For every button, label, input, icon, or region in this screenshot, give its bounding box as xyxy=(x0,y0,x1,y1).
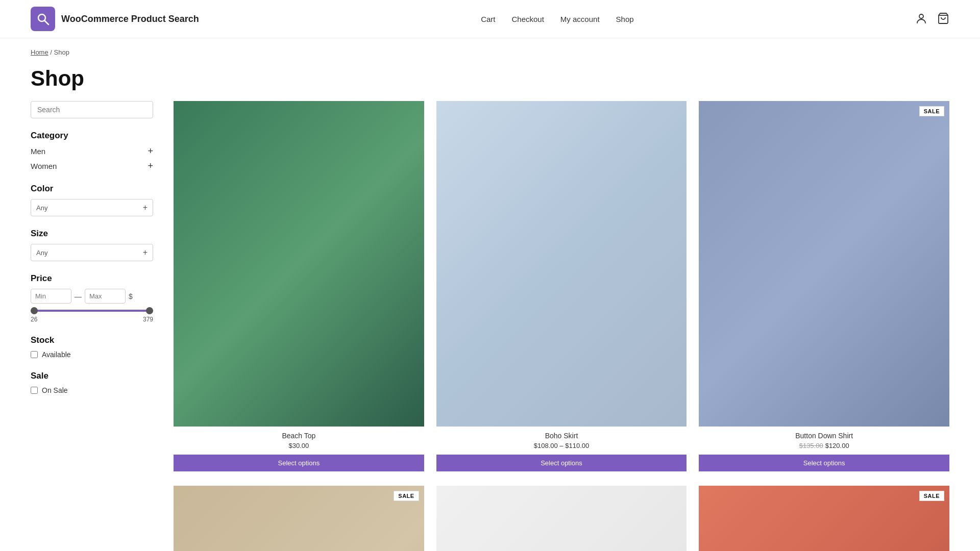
price-labels: 26 379 xyxy=(31,316,153,323)
price-inputs: — $ xyxy=(31,289,153,304)
product-card: SALE Chino Short $69.00$55.00 Select opt… xyxy=(699,486,949,551)
header: WooCommerce Product Search Cart Checkout… xyxy=(0,0,980,38)
cart-icon[interactable] xyxy=(937,12,949,26)
category-women-label: Women xyxy=(31,162,57,170)
price-currency: $ xyxy=(129,292,133,300)
available-checkbox-label[interactable]: Available xyxy=(31,350,153,359)
size-select-icon: + xyxy=(143,248,148,257)
color-filter: Color Any + xyxy=(31,184,153,216)
header-icons xyxy=(916,12,949,26)
size-title: Size xyxy=(31,229,153,239)
color-select-icon: + xyxy=(143,203,148,212)
svg-point-2 xyxy=(919,14,923,18)
product-card: SALE Cargo Shorts $59.00 – $79.00 Select… xyxy=(174,486,424,551)
product-price: $108.00 – $110.00 xyxy=(436,442,687,449)
product-card: Casual Dress $140.00 Select options xyxy=(436,486,687,551)
product-name: Boho Skirt xyxy=(436,432,687,440)
sidebar: Category Men + Women + Color Any + Size … xyxy=(31,101,153,551)
nav-cart[interactable]: Cart xyxy=(481,15,495,23)
price-max-label: 379 xyxy=(143,316,153,323)
price-range-fill xyxy=(31,310,153,312)
available-label: Available xyxy=(42,350,71,359)
product-price: $30.00 xyxy=(174,442,424,449)
category-title: Category xyxy=(31,131,153,141)
stock-title: Stock xyxy=(31,335,153,345)
select-options-button[interactable]: Select options xyxy=(436,455,687,471)
page-title: Shop xyxy=(0,61,980,101)
svg-line-1 xyxy=(44,20,48,24)
product-image-wrap xyxy=(436,486,687,551)
product-image xyxy=(699,486,949,551)
sale-badge: SALE xyxy=(919,491,944,501)
product-price: $135.00$120.00 xyxy=(699,442,949,449)
person-icon[interactable] xyxy=(916,13,927,26)
product-image-wrap xyxy=(174,101,424,427)
product-image xyxy=(699,101,949,427)
on-sale-checkbox-label[interactable]: On Sale xyxy=(31,386,153,394)
logo-area: WooCommerce Product Search xyxy=(31,7,199,31)
sale-badge: SALE xyxy=(394,491,419,501)
breadcrumb-separator: / xyxy=(50,48,54,56)
product-image xyxy=(436,101,687,427)
product-name: Beach Top xyxy=(174,432,424,440)
select-options-button[interactable]: Select options xyxy=(699,455,949,471)
price-dash: — xyxy=(75,292,82,300)
product-price-value: $30.00 xyxy=(288,442,309,449)
product-image xyxy=(174,101,424,427)
price-thumb-max[interactable] xyxy=(146,307,153,314)
nav-shop[interactable]: Shop xyxy=(616,15,634,23)
search-input[interactable] xyxy=(31,101,153,118)
select-options-button[interactable]: Select options xyxy=(174,455,424,471)
on-sale-checkbox[interactable] xyxy=(31,387,38,394)
product-new-price: $120.00 xyxy=(825,442,849,449)
sale-title: Sale xyxy=(31,371,153,381)
breadcrumb-current: Shop xyxy=(54,48,69,56)
breadcrumb: Home / Shop xyxy=(0,38,980,61)
product-image-wrap: SALE xyxy=(174,486,424,551)
on-sale-label: On Sale xyxy=(42,386,68,394)
product-price-range: $108.00 – $110.00 xyxy=(534,442,589,449)
sale-filter: Sale On Sale xyxy=(31,371,153,394)
color-select-value: Any xyxy=(36,204,47,212)
product-image-wrap: SALE xyxy=(699,486,949,551)
color-title: Color xyxy=(31,184,153,194)
size-select-value: Any xyxy=(36,249,47,257)
stock-filter: Stock Available xyxy=(31,335,153,359)
sale-badge: SALE xyxy=(919,106,944,116)
category-women[interactable]: Women + xyxy=(31,161,153,171)
logo-icon xyxy=(31,7,55,31)
site-title: WooCommerce Product Search xyxy=(61,14,199,24)
product-card: Boho Skirt $108.00 – $110.00 Select opti… xyxy=(436,101,687,471)
nav-my-account[interactable]: My account xyxy=(560,15,600,23)
price-max-input[interactable] xyxy=(85,289,126,304)
available-checkbox[interactable] xyxy=(31,351,38,358)
color-select[interactable]: Any + xyxy=(31,199,153,216)
category-filter: Category Men + Women + xyxy=(31,131,153,171)
product-card: Beach Top $30.00 Select options xyxy=(174,101,424,471)
product-name: Button Down Shirt xyxy=(699,432,949,440)
product-old-price: $135.00 xyxy=(799,442,823,449)
price-thumb-min[interactable] xyxy=(31,307,38,314)
product-image xyxy=(436,486,687,551)
category-men-expand-icon: + xyxy=(148,146,153,157)
price-min-input[interactable] xyxy=(31,289,71,304)
main-nav: Cart Checkout My account Shop xyxy=(481,15,633,23)
main-content: Category Men + Women + Color Any + Size … xyxy=(0,101,980,551)
size-select[interactable]: Any + xyxy=(31,244,153,261)
product-image-wrap xyxy=(436,101,687,427)
size-filter: Size Any + xyxy=(31,229,153,261)
nav-checkout[interactable]: Checkout xyxy=(511,15,544,23)
price-min-label: 26 xyxy=(31,316,37,323)
product-image xyxy=(174,486,424,551)
product-grid: Beach Top $30.00 Select options Boho Ski… xyxy=(174,101,949,551)
category-men-label: Men xyxy=(31,147,45,156)
product-image-wrap: SALE xyxy=(699,101,949,427)
category-women-expand-icon: + xyxy=(148,161,153,171)
price-filter: Price — $ 26 379 xyxy=(31,273,153,323)
product-card: SALE Button Down Shirt $135.00$120.00 Se… xyxy=(699,101,949,471)
price-range-slider[interactable] xyxy=(31,310,153,312)
breadcrumb-home[interactable]: Home xyxy=(31,48,48,56)
category-men[interactable]: Men + xyxy=(31,146,153,157)
price-title: Price xyxy=(31,273,153,284)
